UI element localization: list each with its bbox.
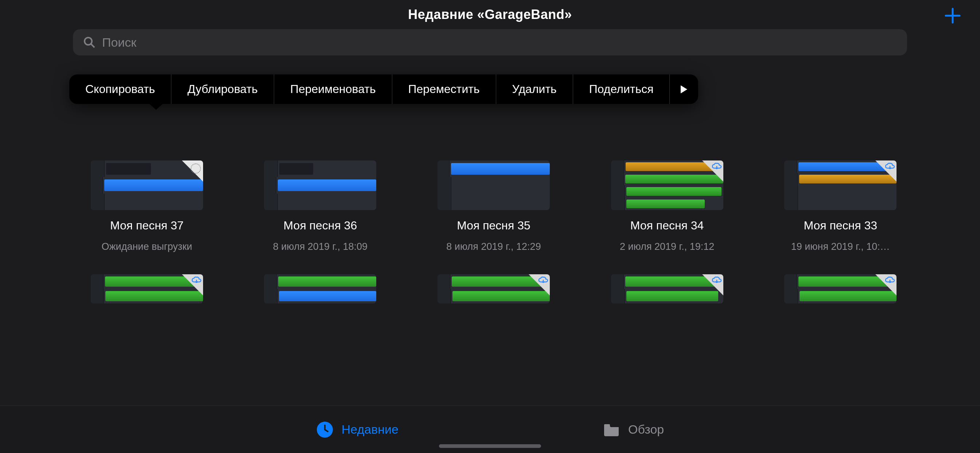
- song-title: Моя песня 37: [110, 219, 184, 232]
- selected-badge-icon: [182, 161, 203, 182]
- search-input[interactable]: [102, 35, 897, 49]
- triangle-right-icon: [680, 85, 688, 94]
- plus-icon: [944, 7, 961, 24]
- song-item[interactable]: Моя песня 33 19 июня 2019 г., 10:…: [766, 161, 915, 252]
- tab-recent-label: Недавние: [342, 423, 398, 437]
- song-item[interactable]: [593, 274, 741, 303]
- svg-line-3: [91, 44, 94, 48]
- context-menu-more[interactable]: [670, 74, 698, 104]
- svg-point-2: [84, 38, 92, 45]
- popover-arrow: [150, 104, 162, 110]
- song-thumbnail: [264, 274, 376, 303]
- song-subtitle: Ожидание выгрузки: [102, 241, 192, 252]
- song-subtitle: 2 июля 2019 г., 19:12: [620, 241, 714, 252]
- context-menu-item-share[interactable]: Поделиться: [573, 74, 670, 104]
- song-thumbnail: [438, 274, 550, 303]
- song-item[interactable]: Моя песня 34 2 июля 2019 г., 19:12: [593, 161, 741, 252]
- song-thumbnail: [264, 161, 376, 210]
- context-menu-item-duplicate[interactable]: Дублировать: [171, 74, 274, 104]
- clock-icon: [316, 421, 334, 439]
- song-item[interactable]: [247, 274, 395, 303]
- svg-rect-6: [604, 424, 610, 426]
- song-title: Моя песня 34: [630, 219, 704, 232]
- song-title: Моя песня 35: [457, 219, 530, 232]
- tab-recent[interactable]: Недавние: [316, 421, 398, 439]
- cloud-download-icon: [182, 274, 203, 295]
- song-thumbnail: [91, 274, 203, 303]
- song-item[interactable]: [73, 274, 221, 303]
- song-thumbnail: [784, 161, 897, 210]
- cloud-download-icon: [702, 274, 723, 295]
- title-bar: Недавние «GarageBand»: [0, 0, 980, 29]
- song-thumbnail: [611, 161, 723, 210]
- tab-bar: Недавние Обзор: [0, 405, 980, 453]
- context-menu-item-rename[interactable]: Переименовать: [274, 74, 392, 104]
- song-subtitle: 8 июля 2019 г., 18:09: [273, 241, 368, 252]
- search-icon: [83, 36, 95, 48]
- song-thumbnail: [611, 274, 723, 303]
- song-thumbnail: [784, 274, 897, 303]
- cloud-download-icon: [875, 161, 897, 182]
- song-subtitle: 8 июля 2019 г., 12:29: [446, 241, 541, 252]
- song-item[interactable]: Моя песня 36 8 июля 2019 г., 18:09: [247, 161, 395, 252]
- context-menu-item-move[interactable]: Переместить: [392, 74, 496, 104]
- song-item[interactable]: Моя песня 35 8 июля 2019 г., 12:29: [420, 161, 568, 252]
- song-item[interactable]: Моя песня 37 Ожидание выгрузки: [73, 161, 221, 252]
- song-title: Моя песня 36: [284, 219, 357, 232]
- song-item[interactable]: [420, 274, 568, 303]
- song-thumbnail: [91, 161, 203, 210]
- song-title: Моя песня 33: [803, 219, 877, 232]
- cloud-download-icon: [875, 274, 897, 295]
- song-subtitle: 19 июня 2019 г., 10:…: [791, 241, 890, 252]
- home-indicator[interactable]: [439, 444, 541, 448]
- context-menu: Скопировать Дублировать Переименовать Пе…: [69, 74, 698, 104]
- tab-browse[interactable]: Обзор: [603, 421, 664, 439]
- folder-icon: [603, 421, 620, 439]
- cloud-download-icon: [702, 161, 723, 182]
- songs-grid-scroll[interactable]: Моя песня 37 Ожидание выгрузки Моя песня…: [0, 124, 980, 405]
- context-menu-item-delete[interactable]: Удалить: [496, 74, 573, 104]
- songs-grid: Моя песня 37 Ожидание выгрузки Моя песня…: [73, 161, 915, 303]
- tab-browse-label: Обзор: [628, 423, 664, 437]
- song-thumbnail: [438, 161, 550, 210]
- cloud-download-icon: [529, 274, 550, 295]
- svg-marker-4: [681, 85, 687, 93]
- context-menu-item-copy[interactable]: Скопировать: [69, 74, 171, 104]
- song-item[interactable]: [766, 274, 915, 303]
- search-bar[interactable]: [73, 29, 907, 56]
- page-title: Недавние «GarageBand»: [408, 7, 572, 22]
- add-button[interactable]: [943, 6, 962, 25]
